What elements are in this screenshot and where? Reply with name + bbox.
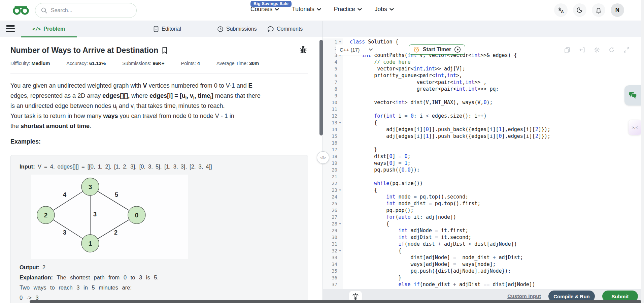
code-line[interactable]: 22 while(pq.size())	[323, 180, 644, 187]
fold-toggle-icon	[337, 193, 343, 200]
resize-left-icon: ◁	[320, 155, 323, 160]
code-line[interactable]: 19 ways[0] = 1;	[323, 160, 644, 166]
code-line[interactable]: 36 }	[323, 274, 644, 281]
line-number: 11	[323, 106, 337, 113]
code-line[interactable]: 6 priority_queue<pair<int,int>,	[323, 72, 644, 79]
hamburger-menu-icon[interactable]	[6, 25, 15, 33]
code-line[interactable]: 9	[323, 92, 644, 99]
code-line[interactable]: 4 // code here	[323, 59, 644, 65]
chevron-down-icon	[358, 8, 362, 11]
description-line: You are given an undirected weighted gra…	[10, 81, 312, 91]
left-panel-scrollbar[interactable]	[319, 40, 323, 135]
code-line[interactable]: 8 greater<pair<int,int>>> pq;	[323, 86, 644, 92]
code-line[interactable]: 28▾ {	[323, 220, 644, 227]
fold-toggle-icon[interactable]: ▾	[337, 220, 343, 227]
search-input[interactable]	[51, 7, 125, 13]
nav-item-tutorials[interactable]: Tutorials	[292, 6, 321, 13]
code-line[interactable]: 32▾ {	[323, 247, 644, 254]
gutter: 32▾	[323, 247, 343, 254]
code-line[interactable]: 34 ways[adjNode] = ways[node];	[323, 261, 644, 268]
gutter: 22	[323, 180, 343, 187]
tab-comments[interactable]: Comments	[268, 21, 303, 37]
code-line[interactable]: 7 vector<pair<int,int>> ,	[323, 79, 644, 86]
problem-panel: Number of Ways to Arrive at Destination	[0, 37, 323, 303]
fold-toggle-icon	[337, 214, 343, 220]
code-line[interactable]: 25 int node_dist = pq.top().first;	[323, 200, 644, 207]
tab-problem[interactable]: </>Problem	[32, 21, 65, 37]
avatar[interactable]: N	[611, 3, 624, 17]
code-line[interactable]: 37 else if(node_dist + adjDist == dist[a…	[323, 281, 644, 288]
nav-item-courses[interactable]: Courses	[250, 6, 279, 13]
copy-icon[interactable]	[564, 47, 571, 53]
reset-icon[interactable]	[608, 47, 615, 53]
dark-mode-icon[interactable]	[573, 3, 586, 17]
code-line[interactable]: 23▾ {	[323, 187, 644, 193]
page-scrollbar-track[interactable]	[641, 0, 644, 303]
graph-node-label: 1	[89, 240, 92, 247]
code-line[interactable]: 33 dist[adjNode] = node_dist + adjDist;	[323, 254, 644, 261]
code-line[interactable]: 17 }	[323, 146, 644, 153]
gutter: 24	[323, 193, 343, 200]
tab-submissions[interactable]: Submissions	[217, 21, 257, 37]
gutter: 31	[323, 241, 343, 247]
code-line[interactable]: 26 pq.pop();	[323, 207, 644, 214]
gutter: 6	[323, 72, 343, 79]
code-line[interactable]: 5 vector<pair<int,int>> adj[V];	[323, 65, 644, 72]
tab-strip: </>ProblemEditorialSubmissionsComments C…	[0, 21, 644, 37]
gfg-logo-icon[interactable]	[12, 4, 30, 17]
code-line[interactable]: 13▾ {	[323, 119, 644, 126]
bookmark-icon[interactable]	[162, 47, 168, 55]
fold-toggle-icon[interactable]: ▾	[337, 187, 343, 193]
code-line[interactable]: 18 dist[0] = 0;	[323, 153, 644, 160]
example-explanation-line: Two ways to reach 3 in 5 minutes are:	[20, 282, 299, 293]
code-line[interactable]: 11	[323, 106, 644, 113]
assistant-face-button[interactable]: >.<	[629, 120, 641, 135]
line-number: 6	[323, 72, 337, 79]
panel-resize-handle[interactable]: ◁▷	[317, 151, 329, 164]
discussion-chat-icon[interactable]	[624, 85, 641, 105]
nav-item-practice[interactable]: Practice	[334, 6, 362, 13]
navbar-right: A N	[554, 3, 624, 17]
description-line: the shortest amount of time.	[10, 121, 312, 131]
code-line[interactable]: 12 for(int i = 0; i < edges.size(); i++)	[323, 113, 644, 119]
line-number: 20	[323, 166, 337, 173]
settings-icon[interactable]	[594, 47, 600, 53]
code-line[interactable]: 14 adj[edges[i][0]].push_back({edges[i][…	[323, 126, 644, 133]
code-line[interactable]: 21	[323, 173, 644, 180]
code-line[interactable]: 31 if(node_dist + adjDist < dist[adjNode…	[323, 241, 644, 247]
fold-toggle-icon	[337, 113, 343, 119]
custom-input-link[interactable]: Custom Input	[507, 293, 541, 299]
code-line[interactable]: 35 pq.push({dist[adjNode],adjNode});	[323, 268, 644, 274]
fold-toggle-icon[interactable]: ▾	[337, 119, 343, 126]
fold-toggle-icon[interactable]: ▾	[337, 247, 343, 254]
line-number: 33	[323, 254, 337, 261]
fullscreen-icon[interactable]	[623, 47, 630, 53]
stat-difficulty: Difficulty:Medium	[10, 61, 50, 66]
code-line[interactable]: 27 for(auto it: adj[node])	[323, 214, 644, 220]
code-editor[interactable]: 1▾class Solution {2 public:3▾ int countP…	[323, 37, 644, 289]
language-select[interactable]: C++ (17)	[336, 44, 377, 55]
code-line[interactable]: 16	[323, 140, 644, 146]
code-line[interactable]: 29 int adjNode = it.first;	[323, 227, 644, 234]
translate-icon[interactable]: A	[554, 3, 568, 17]
code-line[interactable]: 30 int adjDist = it.second;	[323, 234, 644, 241]
fold-toggle-icon	[337, 227, 343, 234]
gutter: 15	[323, 133, 343, 140]
start-timer-button[interactable]: Start Timer	[409, 44, 465, 55]
code-line[interactable]: 10 vector<int> dist(V,INT_MAX), ways(V,0…	[323, 99, 644, 106]
fold-toggle-icon	[337, 126, 343, 133]
tab-editorial[interactable]: Editorial	[153, 21, 181, 37]
line-number: 22	[323, 180, 337, 187]
code-line[interactable]: 24 int node = pq.top().second;	[323, 193, 644, 200]
chevron-down-icon	[275, 8, 279, 11]
horizontal-scrollbar[interactable]	[30, 300, 641, 303]
notifications-icon[interactable]	[592, 3, 605, 17]
import-icon[interactable]	[579, 47, 585, 53]
nav-item-jobs[interactable]: Jobs	[375, 6, 394, 13]
language-value: C++ (17)	[340, 47, 360, 53]
fold-toggle-icon	[337, 207, 343, 214]
code-line[interactable]: 20 pq.push({0,0});	[323, 166, 644, 173]
report-bug-icon[interactable]	[299, 45, 307, 54]
code-line[interactable]: 15 adj[edges[i][1]].push_back({edges[i][…	[323, 133, 644, 140]
fold-toggle-icon	[337, 72, 343, 79]
